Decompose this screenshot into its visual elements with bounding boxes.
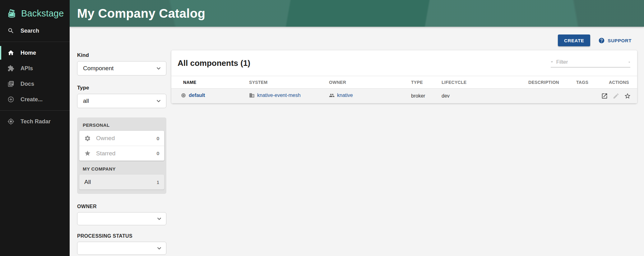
card-header: All components (1) bbox=[171, 50, 637, 76]
chevron-down-icon bbox=[155, 97, 162, 105]
star-icon bbox=[84, 150, 91, 157]
all-count: 1 bbox=[157, 180, 159, 185]
sidebar-item-home[interactable]: Home bbox=[0, 45, 70, 61]
main-area: My Company Catalog CREATE SUPPORT Kind bbox=[70, 0, 644, 256]
gear-icon bbox=[84, 135, 91, 142]
create-button[interactable]: CREATE bbox=[558, 34, 590, 46]
components-card: All components (1) bbox=[171, 50, 637, 103]
help-icon bbox=[598, 37, 605, 44]
type-select-value: all bbox=[83, 98, 89, 104]
star-border-icon[interactable] bbox=[624, 93, 631, 99]
row-actions bbox=[599, 93, 631, 99]
owned-label: Owned bbox=[96, 135, 157, 142]
building-icon bbox=[249, 93, 255, 98]
puzzle-icon bbox=[7, 65, 14, 72]
type-label: Type bbox=[77, 85, 166, 91]
sidebar-item-label: APIs bbox=[21, 65, 33, 72]
kind-select[interactable]: Component bbox=[77, 61, 166, 75]
column-header-name[interactable]: NAME bbox=[171, 76, 246, 89]
processing-status-filter: PROCESSING STATUS bbox=[77, 233, 166, 255]
personal-list: Owned 0 Starred 0 bbox=[79, 131, 164, 161]
owner-name: knative bbox=[337, 93, 353, 98]
sidebar-item-create[interactable]: Create... bbox=[0, 92, 70, 107]
sidebar-item-tech-radar[interactable]: Tech Radar bbox=[0, 114, 70, 129]
content-area: CREATE SUPPORT Kind Component bbox=[70, 27, 644, 256]
sidebar-item-search[interactable]: Search bbox=[0, 23, 70, 39]
filter-panel: Kind Component Type all bbox=[77, 50, 166, 256]
column-header-description[interactable]: DESCRIPTION bbox=[525, 76, 573, 89]
kind-select-value: Component bbox=[83, 65, 114, 72]
tags-cell bbox=[573, 89, 596, 103]
target-icon bbox=[7, 118, 14, 125]
component-chip-icon bbox=[181, 93, 186, 98]
page-header: My Company Catalog bbox=[70, 0, 644, 27]
sidebar-item-docs[interactable]: Docs bbox=[0, 76, 70, 92]
sidebar-divider bbox=[0, 42, 70, 42]
column-header-owner[interactable]: OWNER bbox=[326, 76, 408, 89]
processing-status-select[interactable] bbox=[77, 242, 166, 255]
table-filter-box bbox=[551, 59, 630, 67]
open-in-new-icon[interactable] bbox=[601, 93, 608, 99]
page-title: My Company Catalog bbox=[77, 7, 205, 21]
type-cell: broker bbox=[408, 89, 438, 103]
column-header-type[interactable]: TYPE bbox=[408, 76, 438, 89]
owner-link[interactable]: knative bbox=[329, 93, 353, 98]
description-cell bbox=[525, 89, 573, 103]
chevron-down-icon bbox=[155, 215, 163, 222]
toolbar: CREATE SUPPORT bbox=[70, 27, 644, 47]
docs-icon bbox=[7, 80, 14, 87]
user-list-picker: PERSONAL Owned 0 bbox=[77, 117, 166, 194]
owner-select[interactable] bbox=[77, 212, 166, 225]
chevron-down-icon bbox=[155, 65, 162, 72]
starred-filter-item[interactable]: Starred 0 bbox=[79, 146, 164, 161]
type-select[interactable]: all bbox=[77, 94, 166, 108]
all-filter-item[interactable]: All 1 bbox=[79, 175, 164, 190]
table-filter-input[interactable] bbox=[556, 59, 625, 65]
clear-filter-icon[interactable] bbox=[628, 59, 630, 65]
table-row: default knative-event-mesh bbox=[171, 89, 637, 103]
kind-label: Kind bbox=[77, 52, 166, 58]
sidebar-item-label: Search bbox=[21, 28, 39, 34]
backstage-logo[interactable]: Backstage bbox=[0, 0, 70, 21]
edit-icon[interactable] bbox=[613, 93, 619, 99]
search-icon bbox=[7, 27, 14, 34]
group-icon bbox=[329, 93, 335, 98]
lifecycle-cell: dev bbox=[438, 89, 525, 103]
backstage-logo-icon bbox=[7, 8, 17, 19]
sidebar-item-label: Create... bbox=[21, 96, 43, 103]
kind-filter: Kind Component bbox=[77, 52, 166, 75]
sidebar-item-label: Tech Radar bbox=[21, 118, 51, 125]
entity-name: default bbox=[189, 93, 205, 98]
my-company-heading: MY COMPANY bbox=[83, 166, 164, 171]
components-table: NAME SYSTEM OWNER TYPE LIFECYCLE DESCRIP… bbox=[171, 76, 637, 103]
chevron-down-icon bbox=[155, 245, 163, 252]
starred-count: 0 bbox=[157, 151, 159, 156]
owned-filter-item[interactable]: Owned 0 bbox=[79, 131, 164, 146]
system-name: knative-event-mesh bbox=[257, 93, 301, 98]
processing-status-label: PROCESSING STATUS bbox=[77, 233, 166, 239]
owner-label: OWNER bbox=[77, 204, 166, 209]
support-button[interactable]: SUPPORT bbox=[598, 37, 632, 44]
add-circle-icon bbox=[7, 96, 14, 103]
all-label: All bbox=[84, 179, 157, 185]
backstage-logo-text: Backstage bbox=[21, 8, 64, 19]
owned-count: 0 bbox=[157, 136, 159, 141]
support-label: SUPPORT bbox=[608, 38, 632, 43]
entity-name-link[interactable]: default bbox=[181, 93, 205, 98]
sidebar-item-label: Docs bbox=[21, 81, 34, 87]
type-filter: Type all bbox=[77, 85, 166, 108]
home-icon bbox=[7, 49, 14, 56]
table-title: All components (1) bbox=[178, 58, 250, 68]
sidebar: Backstage Search Home APIs D bbox=[0, 0, 70, 256]
column-header-lifecycle[interactable]: LIFECYCLE bbox=[438, 76, 525, 89]
personal-heading: PERSONAL bbox=[83, 122, 164, 128]
column-header-system[interactable]: SYSTEM bbox=[246, 76, 326, 89]
table-header-row: NAME SYSTEM OWNER TYPE LIFECYCLE DESCRIP… bbox=[171, 76, 637, 89]
sidebar-divider bbox=[0, 110, 70, 111]
starred-label: Starred bbox=[96, 150, 157, 157]
system-link[interactable]: knative-event-mesh bbox=[249, 93, 301, 98]
sidebar-item-apis[interactable]: APIs bbox=[0, 61, 70, 76]
app-root: Backstage Search Home APIs D bbox=[0, 0, 644, 256]
column-header-tags[interactable]: TAGS bbox=[573, 76, 596, 89]
sidebar-item-label: Home bbox=[21, 50, 36, 56]
